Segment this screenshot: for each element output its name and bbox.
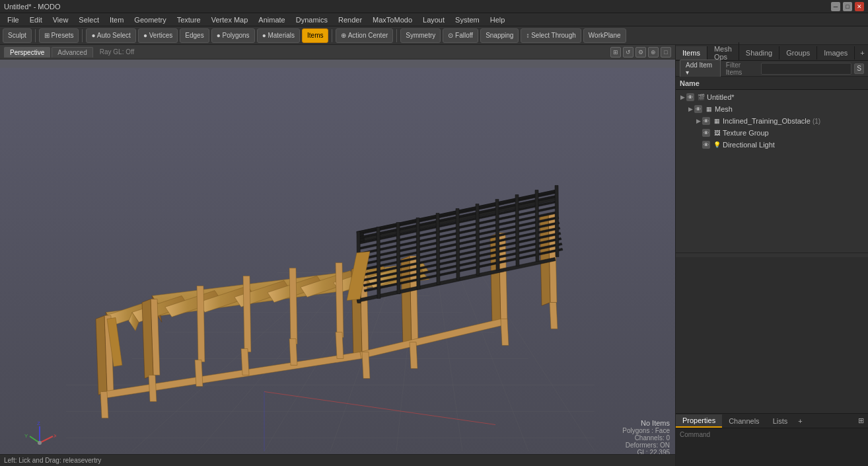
window-controls: ─ □ ✕ bbox=[831, 2, 864, 11]
menu-help[interactable]: Help bbox=[486, 15, 510, 25]
menu-view[interactable]: View bbox=[48, 15, 73, 25]
select-through-button[interactable]: ↕ Select Through bbox=[521, 28, 581, 43]
right-tabs-add[interactable]: + bbox=[855, 46, 868, 59]
arrow-texture-group[interactable] bbox=[694, 129, 702, 137]
tab-images[interactable]: Images bbox=[817, 46, 855, 59]
no-items-label: No Items bbox=[622, 419, 670, 427]
edges-button[interactable]: Edges bbox=[180, 28, 209, 43]
items-spacer bbox=[676, 252, 868, 413]
label-texture-group: Texture Group bbox=[723, 129, 769, 137]
tab-shading[interactable]: Shading bbox=[739, 46, 779, 59]
menu-system[interactable]: System bbox=[451, 15, 484, 25]
minimize-button[interactable]: ─ bbox=[831, 2, 840, 11]
snapping-button[interactable]: Snapping bbox=[480, 28, 519, 43]
label-mesh: Mesh bbox=[715, 105, 733, 113]
svg-marker-77 bbox=[555, 186, 559, 257]
maximize-button[interactable]: □ bbox=[843, 2, 852, 11]
viewport-icon-5[interactable]: □ bbox=[661, 47, 671, 58]
svg-marker-72 bbox=[456, 209, 460, 280]
svg-marker-71 bbox=[436, 214, 440, 285]
close-button[interactable]: ✕ bbox=[855, 2, 864, 11]
menu-edit[interactable]: Edit bbox=[25, 15, 47, 25]
items-button[interactable]: Items bbox=[302, 28, 328, 43]
svg-marker-74 bbox=[495, 200, 499, 271]
bottom-tab-add[interactable]: + bbox=[794, 415, 806, 427]
menu-render[interactable]: Render bbox=[334, 15, 367, 25]
workplane-button[interactable]: WorkPlane bbox=[583, 28, 626, 43]
tab-channels[interactable]: Channels bbox=[722, 415, 766, 427]
svg-marker-90 bbox=[410, 342, 417, 369]
svg-marker-83 bbox=[100, 392, 108, 418]
svg-point-99 bbox=[38, 441, 42, 445]
tab-lists[interactable]: Lists bbox=[766, 415, 795, 427]
viewport-icon-4[interactable]: ⊕ bbox=[648, 47, 659, 58]
symmetry-button[interactable]: Symmetry bbox=[400, 28, 441, 43]
command-area bbox=[676, 428, 868, 466]
bottom-panel-expand[interactable]: ⊞ bbox=[854, 414, 868, 427]
tree-item-texture-group[interactable]: 👁 🖼 Texture Group bbox=[692, 127, 868, 139]
tree-item-inclined[interactable]: ▶ 👁 ▦ Inclined_Training_Obstacle (1) bbox=[692, 115, 868, 127]
tab-perspective[interactable]: Perspective bbox=[4, 47, 50, 58]
viewport-icon-2[interactable]: ↺ bbox=[623, 47, 633, 58]
label-untitled: Untitled* bbox=[707, 93, 735, 101]
svg-marker-91 bbox=[501, 319, 509, 346]
arrow-mesh[interactable]: ▶ bbox=[686, 105, 694, 113]
viewport-canvas[interactable]: X Y Z No Items Polygons : Face Channels:… bbox=[0, 59, 675, 466]
arrow-directional-light[interactable] bbox=[694, 141, 702, 149]
vertices-button[interactable]: ● Vertices bbox=[138, 28, 178, 43]
tab-items[interactable]: Items bbox=[676, 46, 707, 59]
tree-item-mesh[interactable]: ▶ 👁 ▦ Mesh bbox=[684, 103, 868, 115]
filter-items-input[interactable] bbox=[761, 63, 851, 75]
menu-dynamics[interactable]: Dynamics bbox=[291, 15, 332, 25]
menu-select[interactable]: Select bbox=[74, 15, 104, 25]
name-column-header: Name bbox=[680, 79, 700, 87]
eye-texture-group[interactable]: 👁 bbox=[702, 129, 710, 137]
eye-mesh[interactable]: 👁 bbox=[694, 105, 702, 113]
arrow-untitled[interactable]: ▶ bbox=[678, 93, 686, 101]
add-item-button[interactable]: Add Item ▾ bbox=[680, 59, 721, 78]
label-inclined: Inclined_Training_Obstacle bbox=[723, 117, 811, 125]
icon-untitled: 🎬 bbox=[696, 93, 705, 102]
label-directional-light: Directional Light bbox=[723, 141, 775, 149]
arrow-inclined[interactable]: ▶ bbox=[694, 117, 702, 125]
icon-inclined: ▦ bbox=[712, 116, 721, 126]
viewport-icon-3[interactable]: ⚙ bbox=[635, 47, 646, 58]
menu-vertex-map[interactable]: Vertex Map bbox=[207, 15, 253, 25]
eye-untitled[interactable]: 👁 bbox=[686, 93, 694, 101]
tab-properties[interactable]: Properties bbox=[676, 414, 722, 428]
status-bar: Left: Lick and Drag: releasevertry bbox=[0, 454, 675, 466]
items-header: Name bbox=[676, 77, 868, 90]
deformers-status: Deformers: ON bbox=[622, 442, 670, 449]
presets-button[interactable]: ⊞ Presets bbox=[39, 28, 79, 43]
svg-marker-88 bbox=[336, 332, 344, 359]
bottom-panel: Properties Channels Lists + ⊞ bbox=[676, 413, 868, 466]
items-scrollbar[interactable] bbox=[676, 253, 868, 257]
menu-layout[interactable]: Layout bbox=[418, 15, 449, 25]
menu-file[interactable]: File bbox=[3, 15, 24, 25]
menu-texture[interactable]: Texture bbox=[172, 15, 205, 25]
tree-item-directional-light[interactable]: 👁 💡 Directional Light bbox=[692, 139, 868, 151]
eye-directional-light[interactable]: 👁 bbox=[702, 141, 710, 149]
viewport-icon-1[interactable]: ⊞ bbox=[610, 47, 621, 58]
icon-texture-group: 🖼 bbox=[712, 128, 721, 137]
search-icon[interactable]: S bbox=[854, 63, 864, 74]
viewport-toolbar: Perspective Advanced Ray GL: Off ⊞ ↺ ⚙ ⊕… bbox=[0, 45, 675, 59]
menu-item[interactable]: Item bbox=[105, 15, 128, 25]
viewport-icon-group: ⊞ ↺ ⚙ ⊕ □ bbox=[610, 47, 671, 58]
action-center-button[interactable]: ⊕ Action Center bbox=[336, 28, 393, 43]
tree-item-untitled[interactable]: ▶ 👁 🎬 Untitled* bbox=[676, 91, 868, 103]
svg-marker-76 bbox=[535, 190, 539, 262]
eye-inclined[interactable]: 👁 bbox=[702, 117, 710, 125]
materials-button[interactable]: ● Materials bbox=[257, 28, 300, 43]
menu-geometry[interactable]: Geometry bbox=[129, 15, 170, 25]
falloff-button[interactable]: ⊙ Falloff bbox=[443, 28, 478, 43]
command-input[interactable] bbox=[680, 431, 864, 438]
menu-maxtomodo[interactable]: MaxToModo bbox=[368, 15, 417, 25]
tab-groups[interactable]: Groups bbox=[779, 46, 817, 59]
auto-select-button[interactable]: ● Auto Select bbox=[86, 28, 135, 43]
tab-advanced[interactable]: Advanced bbox=[52, 47, 92, 58]
polygons-button[interactable]: ● Polygons bbox=[211, 28, 255, 43]
svg-text:Z: Z bbox=[37, 420, 40, 426]
sculpt-button[interactable]: Sculpt bbox=[3, 28, 32, 43]
menu-animate[interactable]: Animate bbox=[254, 15, 289, 25]
